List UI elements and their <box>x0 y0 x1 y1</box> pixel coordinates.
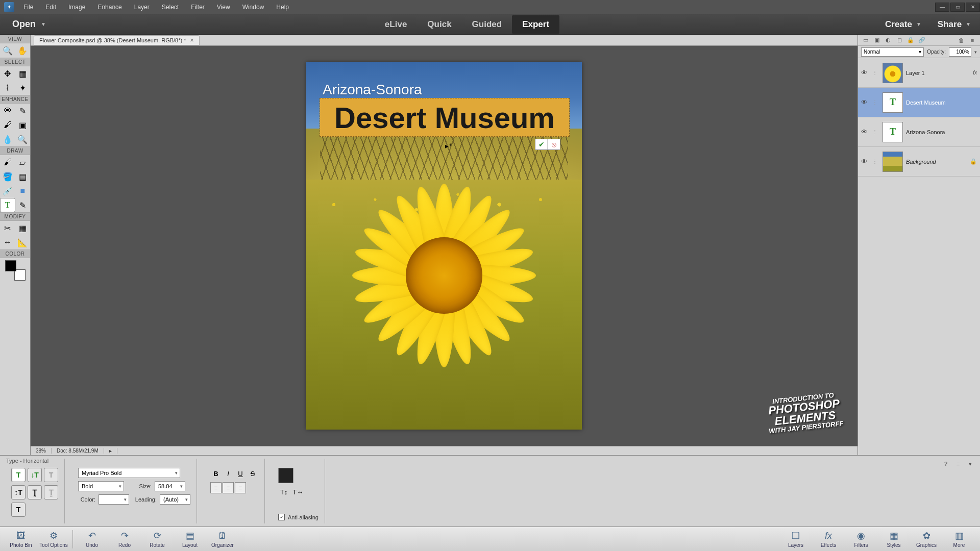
fx-badge[interactable]: fx <box>973 70 977 76</box>
link-icon[interactable]: 🔗 <box>917 36 926 44</box>
adjustment-icon[interactable]: ◐ <box>884 36 893 44</box>
opacity-input[interactable]: 100% <box>949 47 971 57</box>
menu-window[interactable]: Window <box>237 2 270 13</box>
link-slot[interactable]: ⋮ <box>872 99 879 105</box>
blend-mode-select[interactable]: Normal▾ <box>861 47 924 57</box>
font-size-input[interactable]: 58.04 <box>155 481 185 491</box>
pencil-tool[interactable]: ✎ <box>15 198 31 212</box>
eraser-tool[interactable]: ▱ <box>15 155 31 169</box>
new-group-icon[interactable]: ▣ <box>872 36 881 44</box>
commit-button[interactable]: ✔ <box>535 139 548 149</box>
status-menu-icon[interactable]: ▸ <box>104 448 117 454</box>
text-desert-museum[interactable]: Desert Museum <box>334 101 555 135</box>
warp-text-button[interactable]: T↕ <box>278 486 289 497</box>
leading-select[interactable]: (Auto) <box>160 494 190 505</box>
tab-elive[interactable]: eLive <box>375 15 417 34</box>
collapse-options-icon[interactable]: ▾ <box>966 460 975 468</box>
gradient-tool[interactable]: ▤ <box>15 169 31 184</box>
document-tab[interactable]: Flower Composite.psd @ 38% (Desert Museu… <box>34 35 200 45</box>
menu-view[interactable]: View <box>212 2 235 13</box>
visibility-icon[interactable]: 👁 <box>861 98 869 106</box>
layout-button[interactable]: ▤Layout <box>174 528 206 550</box>
eyedropper-tool[interactable]: 💉 <box>0 184 15 198</box>
align-right-button[interactable]: ≡ <box>235 482 246 493</box>
sponge-tool[interactable]: 🔍 <box>15 132 31 146</box>
mask-icon[interactable]: ◻ <box>895 36 904 44</box>
vertical-type-button[interactable]: ↓T <box>28 468 42 482</box>
options-menu-icon[interactable]: ≡ <box>953 460 963 468</box>
styles-button[interactable]: ▦Styles <box>878 528 910 550</box>
new-layer-icon[interactable]: ▭ <box>861 36 870 44</box>
italic-button[interactable]: I <box>223 468 234 479</box>
close-icon[interactable]: × <box>190 37 193 44</box>
type-mask-button[interactable]: T <box>44 468 58 482</box>
maximize-button[interactable]: ▭ <box>950 3 965 12</box>
layer-thumb[interactable] <box>883 152 903 172</box>
layer-thumb[interactable]: T <box>883 92 903 113</box>
menu-enhance[interactable]: Enhance <box>92 2 127 13</box>
rotate-button[interactable]: ⟳Rotate <box>141 528 173 550</box>
redeye-tool[interactable]: 👁 <box>0 104 15 118</box>
link-slot[interactable]: ⋮ <box>872 70 879 76</box>
minimize-button[interactable]: — <box>935 3 949 12</box>
zoom-tool[interactable]: 🔍 <box>0 43 15 58</box>
content-move-tool[interactable]: ↔ <box>0 235 15 249</box>
panel-menu-icon[interactable]: ≡ <box>968 36 977 44</box>
spot-heal-tool[interactable]: ✎ <box>15 104 31 118</box>
smart-brush-tool[interactable]: 🖌 <box>0 118 15 132</box>
hand-tool[interactable]: ✋ <box>15 43 31 58</box>
recompose-tool[interactable]: ▦ <box>15 221 31 235</box>
visibility-icon[interactable]: 👁 <box>861 69 869 77</box>
straighten-tool[interactable]: 📐 <box>15 235 31 249</box>
type-extra-button[interactable]: T <box>11 503 26 517</box>
marquee-tool[interactable]: ▦ <box>15 66 31 81</box>
open-button[interactable]: Open ▼ <box>4 16 54 33</box>
layer-thumb[interactable]: T <box>883 122 903 142</box>
layer-thumb[interactable] <box>883 63 903 83</box>
tab-quick[interactable]: Quick <box>417 15 461 34</box>
type-warp-button[interactable]: T̰ <box>28 485 42 499</box>
quick-select-tool[interactable]: ✦ <box>15 81 31 95</box>
photo-bin-button[interactable]: 🖼Photo Bin <box>5 528 37 550</box>
delete-layer-icon[interactable]: 🗑 <box>957 36 966 44</box>
link-slot[interactable]: ⋮ <box>872 159 879 164</box>
redo-button[interactable]: ↷Redo <box>109 528 140 550</box>
canvas[interactable]: Arizona-Sonora Desert Museum ✔ ⦸ ▸⁺ <box>306 62 582 430</box>
brush-tool[interactable]: 🖌 <box>0 155 15 169</box>
visibility-icon[interactable]: 👁 <box>861 128 869 136</box>
foreground-color-swatch[interactable] <box>5 260 16 271</box>
menu-help[interactable]: Help <box>271 2 294 13</box>
close-button[interactable]: ✕ <box>966 3 980 12</box>
layer-row-desert-museum[interactable]: 👁 ⋮ T Desert Museum <box>858 88 980 117</box>
layer-row-layer1[interactable]: 👁 ⋮ Layer 1 fx <box>858 58 980 88</box>
clone-tool[interactable]: ▣ <box>15 118 31 132</box>
font-family-select[interactable]: Myriad Pro Bold <box>78 468 180 478</box>
filters-button[interactable]: ◉Filters <box>845 528 877 550</box>
graphics-button[interactable]: ✿Graphics <box>911 528 942 550</box>
share-button[interactable]: Share ▼ <box>933 16 976 33</box>
text-orientation-button[interactable]: T↔ <box>292 486 304 497</box>
paint-bucket-tool[interactable]: 🪣 <box>0 169 15 184</box>
font-color-picker[interactable] <box>99 494 129 505</box>
layer-name[interactable]: Desert Museum <box>906 99 977 106</box>
zoom-level[interactable]: 38% <box>31 448 52 454</box>
bold-button[interactable]: B <box>210 468 222 479</box>
type-on-path-button[interactable]: ↕T <box>11 485 26 499</box>
layer-row-arizona-sonora[interactable]: 👁 ⋮ T Arizona-Sonora <box>858 117 980 147</box>
align-left-button[interactable]: ≡ <box>210 482 222 493</box>
menu-file[interactable]: File <box>18 2 38 13</box>
underline-button[interactable]: U <box>235 468 246 479</box>
font-weight-select[interactable]: Bold <box>78 481 124 491</box>
move-tool[interactable]: ✥ <box>0 66 15 81</box>
text-color-swatch[interactable] <box>278 468 293 483</box>
help-icon[interactable]: ? <box>941 460 950 468</box>
menu-layer[interactable]: Layer <box>129 2 155 13</box>
tab-guided[interactable]: Guided <box>462 15 512 34</box>
more-button[interactable]: ▥More <box>943 528 975 550</box>
create-button[interactable]: Create ▼ <box>880 16 926 33</box>
visibility-icon[interactable]: 👁 <box>861 158 869 165</box>
layer-row-background[interactable]: 👁 ⋮ Background 🔒 <box>858 147 980 177</box>
crop-tool[interactable]: ✂ <box>0 221 15 235</box>
layer-name[interactable]: Layer 1 <box>906 70 970 76</box>
align-center-button[interactable]: ≡ <box>223 482 234 493</box>
